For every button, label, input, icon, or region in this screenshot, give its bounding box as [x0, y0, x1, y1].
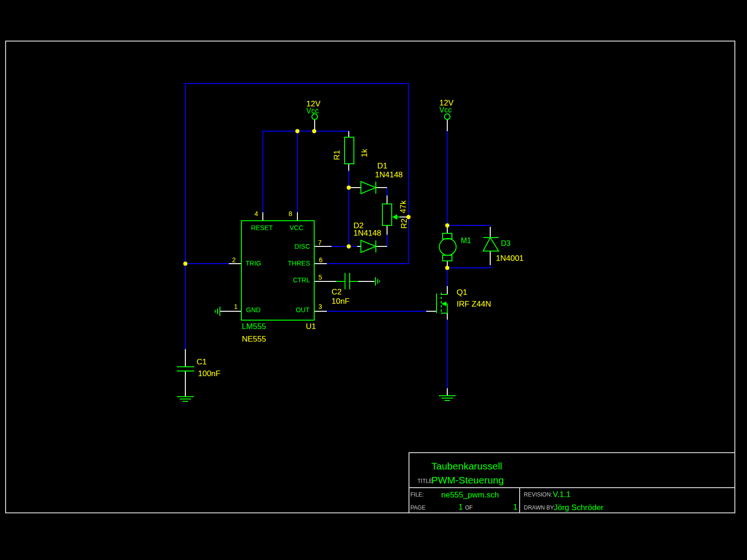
vcc-rail-wire[interactable]: [263, 131, 349, 212]
pin-number-6: 6: [319, 256, 323, 264]
ic-u1-body[interactable]: [241, 221, 314, 320]
page-border: [6, 41, 735, 513]
vcc-symbol-right[interactable]: [444, 114, 450, 119]
d2-value-label: 1N4148: [353, 229, 381, 238]
junction-dots: [183, 129, 450, 270]
ic-value-label: LM555: [242, 322, 266, 331]
titleblock-title-line2: PWM-Steuerung: [431, 475, 504, 485]
power-left-name-label: Vcc: [306, 107, 319, 115]
title-block: TITLE Taubenkarussell PWM-Steuerung FILE…: [409, 453, 735, 513]
capacitor-c2[interactable]: [336, 273, 358, 289]
mosfet-q1[interactable]: [437, 293, 447, 314]
pin-number-1: 1: [234, 303, 238, 310]
c2-value-label: 10nF: [331, 297, 350, 306]
pin-name-out: OUT: [296, 306, 310, 314]
capacitor-c1[interactable]: [177, 367, 194, 371]
m1-refdes-label: M1: [461, 237, 471, 245]
power-right-name-label: Vcc: [439, 106, 452, 114]
ground-symbol-c1[interactable]: [177, 397, 194, 401]
resistor-r1[interactable]: [345, 137, 354, 164]
pin-name-ctrl: CTRL: [293, 276, 310, 284]
potentiometer-r2[interactable]: [382, 204, 400, 225]
pin-number-2: 2: [232, 256, 236, 264]
pin-number-4: 4: [254, 210, 258, 217]
titleblock-of-label: OF: [465, 504, 473, 511]
r1-value-label: 1k: [360, 149, 369, 157]
net-wires[interactable]: [185, 84, 490, 388]
pin-name-disc: DISC: [295, 243, 310, 250]
titleblock-drawnby-label: DRAWN BY:: [524, 504, 555, 511]
pin-name-thres: THRES: [288, 259, 310, 267]
d3-refdes-label: D3: [501, 239, 511, 247]
r2-value-label: 47k: [399, 200, 408, 213]
titleblock-title-line1: Taubenkarussell: [431, 461, 502, 471]
q1-refdes-label: Q1: [457, 288, 467, 297]
schematic-canvas[interactable]: 12V Vcc 12V Vcc R1 1k D1 1N4148 47k R2 D…: [0, 0, 747, 560]
pin-name-vcc: VCC: [289, 224, 303, 231]
pin-leads: [185, 119, 490, 397]
diode-d1[interactable]: [361, 182, 376, 194]
q1-value-label: IRF Z44N: [457, 300, 491, 308]
motor-m1[interactable]: [439, 233, 456, 261]
pin-number-7: 7: [318, 239, 322, 246]
pin-name-trig: TRIG: [246, 259, 261, 267]
r1-refdes-label: R1: [332, 150, 341, 160]
schematic-drawing: 12V Vcc 12V Vcc R1 1k D1 1N4148 47k R2 D…: [0, 0, 747, 560]
pin-number-5: 5: [318, 273, 322, 281]
pin-name-gnd: GND: [246, 306, 261, 314]
r2-refdes-label: R2: [400, 218, 409, 229]
ground-symbol-q1[interactable]: [439, 396, 456, 400]
titleblock-drawnby-value: Jörg Schröder: [554, 503, 604, 512]
ground-symbol-gnd-pin[interactable]: [215, 307, 220, 316]
titleblock-page-total: 1: [513, 503, 517, 511]
diode-d3[interactable]: [483, 238, 499, 251]
ic-device-label: NE555: [242, 335, 266, 343]
titleblock-file-value: ne555_pwm.sch: [441, 490, 499, 499]
pin-name-reset: RESET: [251, 224, 273, 231]
d1-value-label: 1N4148: [375, 170, 403, 179]
ground-symbol-c2[interactable]: [375, 277, 380, 286]
titleblock-revision-label: REVISION:: [524, 491, 552, 498]
titleblock-page-number: 1: [458, 503, 463, 511]
d1-refdes-label: D1: [377, 161, 388, 170]
c2-refdes-label: C2: [331, 287, 342, 296]
c1-value-label: 100nF: [198, 369, 220, 378]
titleblock-title-label: TITLE: [417, 478, 433, 484]
c1-refdes-label: C1: [197, 357, 207, 366]
titleblock-page-label: PAGE: [410, 504, 425, 511]
titleblock-revision-value: V.1.1: [553, 490, 571, 499]
pin-number-3: 3: [318, 303, 322, 310]
pin-number-8: 8: [289, 210, 292, 217]
d3-value-label: 1N4001: [496, 254, 524, 263]
motor-bottom-wire[interactable]: [447, 265, 490, 268]
diode-d2[interactable]: [361, 240, 376, 252]
titleblock-file-label: FILE:: [410, 491, 424, 498]
ic-refdes-label: U1: [306, 322, 316, 331]
